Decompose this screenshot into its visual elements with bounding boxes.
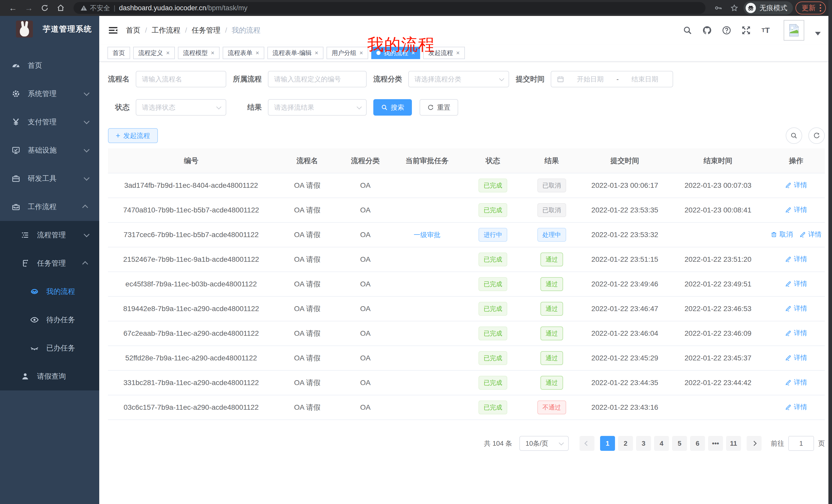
- result-select[interactable]: 请选择流结果: [268, 99, 367, 116]
- github-link[interactable]: [701, 24, 713, 36]
- breadcrumb-item[interactable]: 任务管理: [192, 25, 220, 35]
- column-header: 操作: [768, 148, 825, 173]
- submit-time-range-picker[interactable]: 开始日期 - 结束日期: [551, 71, 673, 87]
- breadcrumb-item[interactable]: 首页: [126, 25, 140, 35]
- sidebar-item-process-mgmt[interactable]: 流程管理: [0, 221, 99, 249]
- detail-link[interactable]: 详情: [785, 353, 807, 362]
- tab-用户分组[interactable]: 用户分组×: [327, 47, 368, 59]
- bookmark-star-button[interactable]: [728, 2, 741, 13]
- more-pages-button[interactable]: •••: [708, 436, 723, 451]
- browser-scrollbar[interactable]: [828, 0, 832, 504]
- status-select[interactable]: 请选择状态: [136, 99, 226, 116]
- avatar-dropdown-caret[interactable]: [815, 32, 821, 35]
- browser-reload-button[interactable]: [38, 2, 51, 13]
- help-button[interactable]: [721, 24, 733, 36]
- create-process-button[interactable]: + 发起流程: [108, 128, 158, 143]
- prev-page-button[interactable]: [579, 436, 594, 451]
- chevron-down-icon: [84, 231, 90, 237]
- detail-link[interactable]: 详情: [785, 402, 807, 412]
- detail-link[interactable]: 详情: [785, 304, 807, 313]
- search-button[interactable]: 搜索: [373, 99, 412, 116]
- close-icon[interactable]: ×: [359, 49, 363, 57]
- detail-link[interactable]: 详情: [785, 378, 807, 387]
- chevron-down-icon: [84, 90, 90, 96]
- goto-page-input[interactable]: [788, 436, 814, 451]
- tab-流程定义[interactable]: 流程定义×: [133, 47, 175, 59]
- filter-row-1: 流程名 所属流程 流程分类 请选择流程分类 提交时间 开始日期 -: [108, 71, 825, 87]
- page-button-3[interactable]: 3: [636, 436, 651, 451]
- browser-home-button[interactable]: [54, 2, 67, 13]
- browser-update-button[interactable]: 更新: [796, 2, 826, 15]
- close-icon[interactable]: ×: [211, 49, 214, 57]
- font-size-button[interactable]: TT: [759, 24, 772, 36]
- toggle-search-button[interactable]: [786, 128, 802, 144]
- category-select[interactable]: 请选择流程分类: [408, 71, 509, 87]
- browser-forward-button[interactable]: →: [22, 2, 35, 13]
- tab-流程模型[interactable]: 流程模型×: [178, 47, 219, 59]
- detail-link[interactable]: 详情: [785, 205, 807, 214]
- address-bar[interactable]: 不安全 | dashboard.yudao.iocoder.cn/bpm/tas…: [74, 2, 705, 14]
- sidebar-item-home[interactable]: 首页: [0, 51, 99, 80]
- process-id-input[interactable]: [268, 71, 367, 87]
- close-icon[interactable]: ×: [166, 49, 170, 57]
- reset-button[interactable]: 重置: [420, 99, 458, 116]
- sidebar-item-my-process[interactable]: 我的流程: [0, 277, 99, 306]
- detail-link[interactable]: 详情: [785, 180, 807, 190]
- close-icon[interactable]: ×: [256, 49, 259, 57]
- browser-back-button[interactable]: ←: [6, 2, 20, 13]
- page-button-1[interactable]: 1: [600, 436, 615, 451]
- sidebar-item-system[interactable]: 系统管理: [0, 80, 99, 108]
- briefcase-icon: [11, 174, 21, 183]
- result-badge: 已取消: [537, 178, 566, 192]
- sidebar-fold-button[interactable]: [107, 25, 119, 36]
- sidebar-item-devtools[interactable]: 研发工具: [0, 164, 99, 193]
- header-search-button[interactable]: [681, 24, 694, 36]
- url-separator: |: [114, 4, 115, 12]
- fullscreen-button[interactable]: [740, 24, 752, 36]
- sidebar-item-infra[interactable]: 基础设施: [0, 136, 99, 164]
- current-task-cell: [390, 346, 463, 370]
- browser-menu-icon[interactable]: [820, 4, 821, 11]
- page-button-11[interactable]: 11: [726, 436, 741, 451]
- detail-link[interactable]: 详情: [799, 230, 822, 239]
- detail-link[interactable]: 详情: [785, 255, 807, 263]
- status-cell: 已完成: [464, 198, 522, 222]
- next-page-button[interactable]: [747, 436, 761, 451]
- process-name-input[interactable]: [136, 71, 226, 87]
- avatar[interactable]: [784, 20, 804, 40]
- actions-cell: 详情: [768, 272, 825, 297]
- github-icon: [702, 25, 712, 35]
- close-icon[interactable]: ×: [315, 49, 318, 57]
- page-button-6[interactable]: 6: [690, 436, 705, 451]
- tab-流程表单[interactable]: 流程表单×: [223, 47, 264, 59]
- edit-icon: [785, 355, 791, 361]
- tab-流程表单-编辑[interactable]: 流程表单-编辑×: [267, 47, 323, 59]
- detail-link[interactable]: 详情: [785, 279, 807, 288]
- password-key-button[interactable]: [712, 2, 725, 13]
- security-status[interactable]: 不安全: [80, 4, 110, 12]
- page-button-2[interactable]: 2: [618, 436, 633, 451]
- action-label: 详情: [794, 329, 807, 338]
- close-icon[interactable]: ×: [456, 49, 460, 57]
- sidebar-item-workflow[interactable]: 工作流程: [0, 193, 99, 221]
- app-logo[interactable]: 芋道管理系统: [0, 16, 99, 42]
- sidebar-item-todo-task[interactable]: 待办任务: [0, 306, 99, 334]
- page-size-select[interactable]: 10条/页: [519, 436, 569, 451]
- sidebar-item-leave-query[interactable]: 请假查询: [0, 362, 99, 390]
- logo-image: [16, 21, 33, 37]
- sidebar-item-done-task[interactable]: 已办任务: [0, 334, 99, 362]
- page-button-5[interactable]: 5: [672, 436, 687, 451]
- process-category: OA: [340, 247, 390, 272]
- refresh-table-button[interactable]: [808, 128, 825, 144]
- sidebar-item-label: 请假查询: [37, 371, 66, 381]
- breadcrumb-item[interactable]: 工作流程: [152, 25, 181, 35]
- sidebar-item-pay[interactable]: 支付管理: [0, 108, 99, 136]
- sidebar-item-task-mgmt[interactable]: 任务管理: [0, 249, 99, 277]
- current-task-link[interactable]: 一级审批: [414, 230, 440, 240]
- page-button-4[interactable]: 4: [654, 436, 669, 451]
- tab-首页[interactable]: 首页: [107, 47, 130, 59]
- cancel-link[interactable]: 取消: [771, 230, 793, 239]
- detail-link[interactable]: 详情: [785, 329, 807, 338]
- sidebar-item-label: 任务管理: [37, 258, 66, 268]
- status-cell: 已完成: [464, 272, 522, 297]
